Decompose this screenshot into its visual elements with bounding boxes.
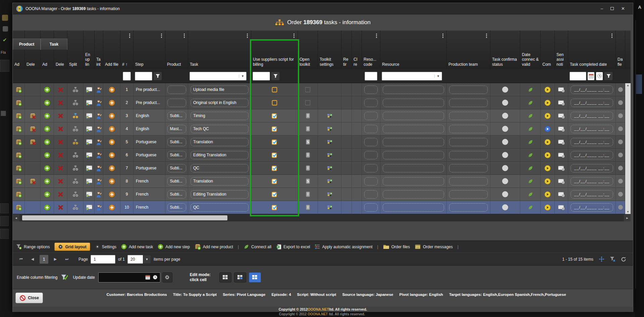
date-connected-icon[interactable] (528, 113, 533, 119)
delete-product-icon[interactable] (30, 139, 36, 145)
add-product-icon[interactable] (15, 87, 22, 93)
resource-code-cell[interactable] (364, 112, 378, 120)
comments-icon[interactable] (544, 139, 551, 145)
scroll-up-icon[interactable]: ▲ (627, 83, 629, 88)
column-header-split[interactable]: Split (67, 31, 84, 69)
date-connected-icon[interactable] (528, 178, 533, 184)
delete-task-icon[interactable] (57, 87, 64, 93)
resource-code-cell[interactable] (364, 125, 378, 133)
column-menu-icon[interactable] (611, 34, 612, 38)
resource-code-cell[interactable] (364, 203, 378, 212)
add-product-icon[interactable] (15, 178, 22, 184)
task-cell[interactable]: Translation (191, 138, 249, 146)
table-row[interactable]: 8FrenchSubti...TranslationS__/__/____ __… (13, 175, 631, 188)
add-file-icon[interactable] (109, 152, 115, 158)
column-header-use_suppliers[interactable]: Use suppliers script for billing (251, 31, 298, 69)
split-task-icon[interactable] (72, 165, 78, 171)
date-connected-icon[interactable] (528, 100, 533, 106)
delete-task-icon[interactable] (57, 100, 64, 106)
task-confirmation-status-icon[interactable] (502, 87, 508, 93)
resource-code-cell[interactable] (364, 164, 378, 172)
email-upload-link-icon[interactable] (86, 152, 93, 158)
product-cell[interactable]: Subti... (167, 138, 186, 146)
settings-button[interactable]: Settings (95, 244, 116, 249)
filter-dropdown-resource[interactable]: ▼ (382, 72, 442, 81)
product-cell[interactable]: Subti... (167, 112, 186, 120)
page-number-input[interactable]: 1 (91, 255, 115, 264)
use-suppliers-checkbox[interactable] (271, 139, 278, 145)
task-completed-date-cell[interactable]: __/__/____ __:__ (571, 203, 613, 212)
resource-code-cell[interactable] (364, 86, 378, 94)
column-header-resource[interactable]: Resource (380, 31, 447, 69)
chevron-down-icon[interactable]: ▼ (434, 74, 442, 78)
email-upload-link-icon[interactable] (86, 126, 93, 132)
resource-cell[interactable] (383, 86, 444, 94)
production-team-cell[interactable] (449, 177, 488, 186)
calendar-icon[interactable] (145, 274, 151, 281)
assignee-icon[interactable] (96, 152, 102, 158)
vertical-scrollbar[interactable]: ▲ ▼ (625, 83, 631, 214)
product-cell[interactable]: Subti... (167, 203, 186, 212)
filter-funnel-button[interactable] (153, 72, 162, 81)
send-assignment-notification-icon[interactable] (558, 165, 565, 171)
filter-input-step[interactable] (135, 72, 152, 81)
task-cell[interactable]: Upload media file (191, 86, 249, 94)
column-header-date_flexible[interactable]: Da fle (616, 31, 625, 69)
split-task-icon[interactable] (72, 100, 78, 106)
open-toolkit-icon[interactable] (305, 165, 311, 171)
use-suppliers-checkbox[interactable] (271, 191, 278, 198)
open-toolkit-icon[interactable]: S (305, 139, 311, 145)
resource-code-cell[interactable] (364, 177, 378, 186)
task-confirmation-status-icon[interactable] (502, 152, 508, 158)
add-file-icon[interactable] (109, 126, 115, 132)
resource-cell[interactable] (383, 138, 444, 146)
task-confirmation-status-icon[interactable] (502, 126, 508, 132)
column-header-date_connected[interactable]: Date connec & valid (520, 31, 541, 69)
comments-icon[interactable] (544, 191, 551, 198)
view-mode-split-button[interactable] (234, 272, 246, 282)
close-window-button[interactable]: ✕ (621, 6, 625, 11)
resource-code-cell[interactable] (364, 99, 378, 107)
add-task-icon[interactable] (44, 126, 50, 132)
order-messages-button[interactable]: Order messages (415, 244, 453, 249)
assignee-icon[interactable] (96, 204, 102, 211)
add-file-icon[interactable] (109, 204, 115, 211)
column-header-email_upload_link[interactable]: En up lin (84, 31, 95, 69)
use-suppliers-checkbox[interactable] (271, 152, 278, 158)
add-product-icon[interactable] (15, 204, 22, 211)
send-assignment-notification-icon[interactable] (558, 87, 565, 93)
resource-code-cell[interactable] (364, 138, 378, 146)
first-page-button[interactable]: ⏮ (17, 257, 25, 261)
delete-task-icon[interactable] (57, 191, 64, 198)
delete-task-icon[interactable] (57, 139, 64, 145)
add-new-product-button[interactable]: Add new product (195, 244, 233, 250)
add-file-icon[interactable] (109, 165, 115, 171)
send-assignment-notification-icon[interactable] (558, 113, 565, 119)
split-task-icon[interactable] (72, 87, 78, 93)
assignee-icon[interactable] (96, 100, 102, 106)
filter-input-use_suppliers[interactable] (253, 72, 270, 81)
add-file-icon[interactable] (109, 139, 115, 145)
column-menu-icon[interactable] (184, 34, 185, 38)
column-menu-icon[interactable] (161, 34, 162, 38)
items-per-page-select[interactable]: 20 ▼ (127, 255, 151, 264)
last-page-button[interactable]: ⏭ (62, 257, 71, 261)
delete-task-icon[interactable] (57, 126, 64, 132)
use-suppliers-checkbox[interactable] (271, 113, 278, 119)
resource-cell[interactable] (383, 177, 444, 186)
email-upload-link-icon[interactable] (86, 87, 93, 93)
add-task-icon[interactable] (44, 87, 50, 93)
assignee-icon[interactable] (96, 126, 102, 132)
column-menu-icon[interactable] (442, 34, 443, 38)
task-confirmation-status-icon[interactable] (502, 165, 508, 171)
table-row[interactable]: 7PortugueseSubti...QC__/__/____ __:__ (13, 162, 631, 175)
product-cell[interactable]: Subti... (167, 190, 186, 199)
close-button[interactable]: Close (15, 293, 43, 303)
product-cell[interactable]: Mast... (167, 125, 186, 133)
production-team-cell[interactable] (449, 164, 488, 172)
task-completed-date-cell[interactable]: __/__/____ __:__ (571, 151, 613, 159)
task-cell[interactable]: Original script in English (191, 99, 249, 107)
delete-product-icon[interactable] (30, 178, 36, 184)
open-toolkit-icon[interactable] (305, 87, 311, 93)
task-confirmation-status-icon[interactable] (502, 139, 508, 145)
